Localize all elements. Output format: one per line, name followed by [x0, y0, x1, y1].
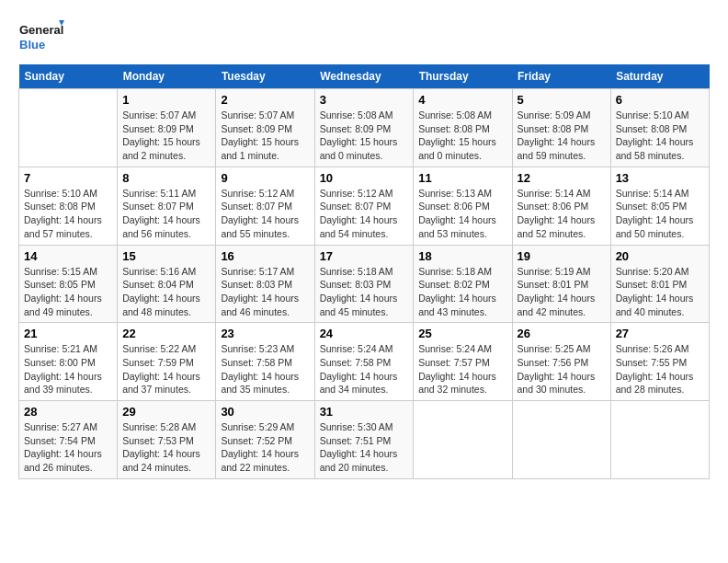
day-number: 1 — [122, 93, 210, 107]
calendar-cell: 21Sunrise: 5:21 AM Sunset: 8:00 PM Dayli… — [19, 323, 118, 401]
header-day-sunday: Sunday — [19, 64, 118, 89]
calendar-cell: 22Sunrise: 5:22 AM Sunset: 7:59 PM Dayli… — [118, 323, 216, 401]
calendar-cell: 11Sunrise: 5:13 AM Sunset: 8:06 PM Dayli… — [414, 167, 512, 245]
logo: General Blue — [18, 18, 64, 55]
day-info: Sunrise: 5:07 AM Sunset: 8:09 PM Dayligh… — [122, 109, 210, 163]
calendar-cell: 19Sunrise: 5:19 AM Sunset: 8:01 PM Dayli… — [512, 245, 610, 323]
calendar-cell — [610, 401, 709, 479]
calendar-cell: 5Sunrise: 5:09 AM Sunset: 8:08 PM Daylig… — [512, 89, 610, 167]
day-info: Sunrise: 5:09 AM Sunset: 8:08 PM Dayligh… — [518, 109, 606, 163]
calendar-cell: 26Sunrise: 5:25 AM Sunset: 7:56 PM Dayli… — [512, 323, 610, 401]
day-number: 13 — [616, 171, 704, 185]
calendar-cell: 14Sunrise: 5:15 AM Sunset: 8:05 PM Dayli… — [19, 245, 118, 323]
day-number: 15 — [122, 249, 210, 263]
day-number: 10 — [320, 171, 409, 185]
svg-text:General: General — [19, 23, 63, 37]
day-info: Sunrise: 5:24 AM Sunset: 7:57 PM Dayligh… — [418, 342, 506, 396]
day-info: Sunrise: 5:29 AM Sunset: 7:52 PM Dayligh… — [221, 420, 309, 475]
header-day-monday: Monday — [118, 64, 216, 89]
calendar-cell: 29Sunrise: 5:28 AM Sunset: 7:53 PM Dayli… — [118, 401, 216, 479]
day-number: 25 — [418, 327, 506, 340]
week-row-5: 28Sunrise: 5:27 AM Sunset: 7:54 PM Dayli… — [19, 401, 710, 479]
calendar-cell: 4Sunrise: 5:08 AM Sunset: 8:08 PM Daylig… — [414, 89, 512, 167]
calendar-cell: 8Sunrise: 5:11 AM Sunset: 8:07 PM Daylig… — [118, 167, 216, 245]
calendar-cell — [512, 401, 610, 479]
day-info: Sunrise: 5:22 AM Sunset: 7:59 PM Dayligh… — [122, 342, 210, 396]
day-info: Sunrise: 5:12 AM Sunset: 8:07 PM Dayligh… — [320, 187, 409, 241]
header-day-wednesday: Wednesday — [314, 64, 414, 89]
calendar-cell: 2Sunrise: 5:07 AM Sunset: 8:09 PM Daylig… — [216, 89, 314, 167]
day-number: 24 — [320, 327, 409, 340]
day-info: Sunrise: 5:20 AM Sunset: 8:01 PM Dayligh… — [616, 265, 704, 319]
header-day-thursday: Thursday — [414, 64, 512, 89]
day-info: Sunrise: 5:24 AM Sunset: 7:58 PM Dayligh… — [320, 342, 409, 396]
day-info: Sunrise: 5:16 AM Sunset: 8:04 PM Dayligh… — [122, 265, 210, 319]
day-info: Sunrise: 5:25 AM Sunset: 7:56 PM Dayligh… — [518, 342, 606, 396]
week-row-1: 1Sunrise: 5:07 AM Sunset: 8:09 PM Daylig… — [19, 89, 710, 167]
day-info: Sunrise: 5:18 AM Sunset: 8:02 PM Dayligh… — [418, 265, 506, 319]
day-info: Sunrise: 5:14 AM Sunset: 8:06 PM Dayligh… — [518, 187, 606, 241]
day-number: 2 — [221, 93, 309, 107]
day-info: Sunrise: 5:17 AM Sunset: 8:03 PM Dayligh… — [221, 265, 309, 319]
day-info: Sunrise: 5:08 AM Sunset: 8:08 PM Dayligh… — [418, 109, 506, 163]
calendar-table: SundayMondayTuesdayWednesdayThursdayFrid… — [18, 64, 710, 479]
week-row-3: 14Sunrise: 5:15 AM Sunset: 8:05 PM Dayli… — [19, 245, 710, 323]
day-number: 17 — [320, 249, 409, 263]
calendar-cell: 10Sunrise: 5:12 AM Sunset: 8:07 PM Dayli… — [314, 167, 414, 245]
header-day-saturday: Saturday — [610, 64, 709, 89]
calendar-cell: 31Sunrise: 5:30 AM Sunset: 7:51 PM Dayli… — [314, 401, 414, 479]
calendar-cell: 24Sunrise: 5:24 AM Sunset: 7:58 PM Dayli… — [314, 323, 414, 401]
day-number: 28 — [24, 405, 112, 419]
day-number: 19 — [518, 249, 606, 263]
header-day-tuesday: Tuesday — [216, 64, 314, 89]
calendar-cell: 12Sunrise: 5:14 AM Sunset: 8:06 PM Dayli… — [512, 167, 610, 245]
calendar-cell: 30Sunrise: 5:29 AM Sunset: 7:52 PM Dayli… — [216, 401, 314, 479]
day-number: 3 — [320, 93, 409, 107]
calendar-cell: 3Sunrise: 5:08 AM Sunset: 8:09 PM Daylig… — [314, 89, 414, 167]
day-info: Sunrise: 5:07 AM Sunset: 8:09 PM Dayligh… — [221, 109, 309, 163]
week-row-4: 21Sunrise: 5:21 AM Sunset: 8:00 PM Dayli… — [19, 323, 710, 401]
calendar-body: 1Sunrise: 5:07 AM Sunset: 8:09 PM Daylig… — [19, 89, 710, 479]
day-number: 5 — [518, 93, 606, 107]
day-number: 30 — [221, 405, 309, 419]
day-number: 29 — [122, 405, 210, 419]
day-info: Sunrise: 5:10 AM Sunset: 8:08 PM Dayligh… — [24, 187, 112, 241]
day-number: 9 — [221, 171, 309, 185]
calendar-cell: 16Sunrise: 5:17 AM Sunset: 8:03 PM Dayli… — [216, 245, 314, 323]
header-row: SundayMondayTuesdayWednesdayThursdayFrid… — [19, 64, 710, 89]
header-day-friday: Friday — [512, 64, 610, 89]
day-number: 4 — [418, 93, 506, 107]
day-number: 23 — [221, 327, 309, 340]
day-number: 16 — [221, 249, 309, 263]
calendar-cell: 9Sunrise: 5:12 AM Sunset: 8:07 PM Daylig… — [216, 167, 314, 245]
day-number: 8 — [122, 171, 210, 185]
day-info: Sunrise: 5:23 AM Sunset: 7:58 PM Dayligh… — [221, 342, 309, 396]
day-number: 18 — [418, 249, 506, 263]
day-info: Sunrise: 5:19 AM Sunset: 8:01 PM Dayligh… — [518, 265, 606, 319]
calendar-cell: 27Sunrise: 5:26 AM Sunset: 7:55 PM Dayli… — [610, 323, 709, 401]
calendar-cell: 6Sunrise: 5:10 AM Sunset: 8:08 PM Daylig… — [610, 89, 709, 167]
day-number: 22 — [122, 327, 210, 340]
page-header: General Blue — [18, 18, 710, 55]
calendar-cell: 17Sunrise: 5:18 AM Sunset: 8:03 PM Dayli… — [314, 245, 414, 323]
day-info: Sunrise: 5:26 AM Sunset: 7:55 PM Dayligh… — [616, 342, 704, 396]
day-info: Sunrise: 5:18 AM Sunset: 8:03 PM Dayligh… — [320, 265, 409, 319]
svg-text:Blue: Blue — [19, 38, 45, 52]
day-info: Sunrise: 5:11 AM Sunset: 8:07 PM Dayligh… — [122, 187, 210, 241]
calendar-cell: 18Sunrise: 5:18 AM Sunset: 8:02 PM Dayli… — [414, 245, 512, 323]
calendar-cell: 7Sunrise: 5:10 AM Sunset: 8:08 PM Daylig… — [19, 167, 118, 245]
calendar-cell — [414, 401, 512, 479]
day-number: 20 — [616, 249, 704, 263]
day-info: Sunrise: 5:28 AM Sunset: 7:53 PM Dayligh… — [122, 420, 210, 475]
calendar-cell: 15Sunrise: 5:16 AM Sunset: 8:04 PM Dayli… — [118, 245, 216, 323]
day-info: Sunrise: 5:15 AM Sunset: 8:05 PM Dayligh… — [24, 265, 112, 319]
day-info: Sunrise: 5:12 AM Sunset: 8:07 PM Dayligh… — [221, 187, 309, 241]
week-row-2: 7Sunrise: 5:10 AM Sunset: 8:08 PM Daylig… — [19, 167, 710, 245]
calendar-cell: 25Sunrise: 5:24 AM Sunset: 7:57 PM Dayli… — [414, 323, 512, 401]
day-number: 11 — [418, 171, 506, 185]
day-number: 21 — [24, 327, 112, 340]
day-number: 12 — [518, 171, 606, 185]
calendar-cell: 13Sunrise: 5:14 AM Sunset: 8:05 PM Dayli… — [610, 167, 709, 245]
day-number: 26 — [518, 327, 606, 340]
calendar-header: SundayMondayTuesdayWednesdayThursdayFrid… — [19, 64, 710, 89]
